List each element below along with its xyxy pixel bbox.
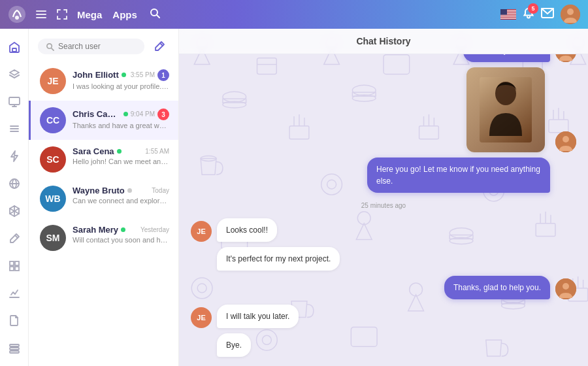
- svg-line-6: [157, 15, 159, 18]
- chat-list-panel: JE John Elliott 3:55 PM 1 I was looking …: [29, 29, 179, 366]
- svg-rect-12: [500, 16, 516, 17]
- contact-avatar: CC: [40, 107, 66, 133]
- message-bubble-received: Looks cool!!: [217, 218, 277, 242]
- search-box[interactable]: [38, 39, 144, 54]
- chat-name-row: John Elliott 3:55 PM 1: [73, 68, 169, 81]
- svg-marker-20: [10, 70, 19, 75]
- message-time: Yesterday: [140, 226, 169, 233]
- sent-avatar: [555, 131, 576, 152]
- svg-marker-27: [11, 151, 18, 161]
- search-input[interactable]: [58, 42, 137, 51]
- message-time: 3:55 PM: [131, 71, 155, 78]
- photo-placeholder: [466, 67, 545, 152]
- sidebar-item-globe[interactable]: [3, 172, 26, 195]
- message-row: It's perfect for my next project.: [191, 247, 576, 271]
- photo-bubble: [466, 67, 545, 152]
- message-row: Here you go! Let me know if you need any…: [191, 158, 576, 193]
- nav-right-actions: 5: [500, 5, 580, 24]
- svg-rect-38: [15, 267, 19, 271]
- chat-info: Wayne Bruto Today Can we connect and exp…: [73, 186, 169, 205]
- message-time: Today: [152, 187, 169, 194]
- chat-list-item[interactable]: SM Sarah Mery Yesterday Will contact you…: [29, 218, 178, 258]
- contact-name: Chris Candy: [73, 109, 121, 119]
- svg-rect-14: [500, 9, 507, 15]
- svg-point-107: [563, 136, 569, 142]
- message-bubble-sent: Here you go! Let me know if you need any…: [367, 158, 550, 193]
- message-bubble-received: I will talk you later.: [217, 305, 299, 328]
- message-row: JE Looks cool!!: [191, 218, 576, 242]
- notifications-button[interactable]: 5: [523, 7, 534, 22]
- chat-list-item[interactable]: JE John Elliott 3:55 PM 1 I was looking …: [29, 61, 178, 101]
- chat-list-item[interactable]: WB Wayne Bruto Today Can we connect and …: [29, 179, 178, 218]
- svg-rect-36: [15, 261, 19, 265]
- sidebar-item-layers[interactable]: [3, 63, 26, 86]
- sidebar-item-list[interactable]: [3, 117, 26, 141]
- language-flag[interactable]: [500, 9, 516, 20]
- svg-rect-41: [10, 348, 19, 350]
- chat-list-item[interactable]: SC Sara Cena 1:55 AM Hello john! Can we …: [29, 140, 178, 179]
- online-status-dot: [117, 149, 122, 154]
- messages-area[interactable]: JE Hey John, I am good.Could you please …: [179, 54, 588, 366]
- message-row: How are you Chris?: [191, 54, 576, 62]
- svg-line-44: [52, 48, 54, 50]
- nav-apps-title[interactable]: Apps: [112, 9, 137, 20]
- online-status-dot: [122, 73, 126, 77]
- chat-list-item[interactable]: CC Chris Candy 9:04 PM 3 Thanks and have…: [29, 101, 178, 140]
- svg-rect-11: [500, 15, 516, 16]
- sidebar-item-home[interactable]: [3, 35, 26, 59]
- expand-icon[interactable]: [56, 8, 68, 20]
- svg-rect-40: [10, 344, 19, 346]
- chat-info: Sara Cena 1:55 AM Hello john! Can we mee…: [73, 146, 169, 165]
- svg-rect-35: [10, 261, 14, 265]
- sidebar-item-file[interactable]: [3, 308, 26, 332]
- nav-mega-title[interactable]: Mega: [77, 9, 102, 20]
- chat-name-row: Sarah Mery Yesterday: [73, 225, 169, 235]
- mail-icon[interactable]: [541, 8, 554, 21]
- online-status-dot: [123, 112, 128, 116]
- top-navigation: Mega Apps 5: [0, 0, 588, 29]
- sidebar-item-cube[interactable]: [3, 199, 26, 223]
- online-status-dot: [121, 227, 125, 232]
- chat-list-header: [29, 29, 178, 61]
- contact-name: Sarah Mery: [73, 225, 118, 235]
- chat-title: Chat History: [356, 36, 410, 46]
- menu-icon[interactable]: [35, 8, 47, 20]
- chat-info: Chris Candy 9:04 PM 3 Thanks and have a …: [73, 107, 169, 129]
- sidebar-item-lightning[interactable]: [3, 144, 26, 168]
- svg-rect-21: [9, 97, 20, 105]
- chat-name-row: Sara Cena 1:55 AM: [73, 146, 169, 156]
- person-silhouette-icon: [480, 77, 532, 142]
- message-preview: Hello john! Can we meet and discuss few …: [73, 158, 169, 165]
- contact-avatar: SC: [40, 146, 66, 173]
- contact-name: Sara Cena: [73, 146, 114, 156]
- notification-badge: 5: [528, 3, 538, 14]
- message-avatar: JE: [191, 307, 212, 328]
- sidebar-item-edit[interactable]: [3, 227, 26, 250]
- contact-avatar: SM: [40, 225, 66, 251]
- user-avatar-nav[interactable]: [561, 5, 580, 24]
- contact-name: John Elliott: [73, 70, 119, 80]
- chat-info: Sarah Mery Yesterday Will contact you so…: [73, 225, 169, 244]
- chat-main: Chat History JE Hey John, I am good.Coul…: [179, 29, 588, 366]
- time-divider: 25 minutes ago: [191, 202, 576, 209]
- sidebar-item-stack[interactable]: [3, 336, 26, 359]
- chat-items-list: JE John Elliott 3:55 PM 1 I was looking …: [29, 61, 178, 366]
- sent-avatar: [555, 54, 576, 62]
- chat-info: John Elliott 3:55 PM 1 I was looking at …: [73, 68, 169, 90]
- message-avatar: JE: [191, 221, 212, 242]
- message-bubble-sent: Thanks, glad to help you.: [444, 276, 550, 299]
- sidebar-item-monitor[interactable]: [3, 90, 26, 114]
- sent-avatar: [555, 278, 576, 299]
- sidebar-item-grid[interactable]: [3, 254, 26, 278]
- app-logo[interactable]: [8, 5, 26, 24]
- sidebar-item-chart[interactable]: [3, 281, 26, 305]
- svg-rect-19: [12, 48, 16, 52]
- svg-rect-37: [10, 267, 14, 271]
- chat-name-row: Wayne Bruto Today: [73, 186, 169, 195]
- contact-avatar: JE: [40, 68, 66, 94]
- nav-search-icon[interactable]: [149, 7, 161, 22]
- compose-button[interactable]: [150, 37, 169, 56]
- message-row: JE I will talk you later.: [191, 305, 576, 328]
- message-time: 1:55 AM: [145, 148, 169, 155]
- svg-point-1: [15, 16, 19, 20]
